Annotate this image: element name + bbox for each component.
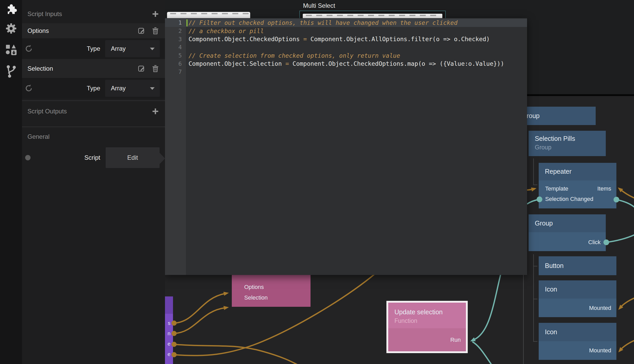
connection-hidden-left->repeater.Template[interactable] <box>527 189 532 190</box>
line-number: 5 <box>165 52 186 59</box>
node-subtitle: Group <box>535 142 606 151</box>
tree-guide-line <box>523 275 524 364</box>
port-connector-dot[interactable] <box>537 196 542 202</box>
version-control-branch-icon[interactable] <box>0 65 22 78</box>
placeholder-dash <box>306 15 312 16</box>
node-library-icon[interactable] <box>0 44 22 56</box>
placeholder-dash <box>181 13 186 14</box>
text-caret <box>186 19 188 26</box>
port-connector-dot[interactable] <box>171 331 177 336</box>
code-line-6: 6Component.Object.Selection = Component.… <box>165 60 527 68</box>
placeholder-dash <box>358 15 364 16</box>
rename-icon[interactable] <box>138 27 145 34</box>
connection-group.Click->offscreen-right[interactable] <box>606 235 634 242</box>
port-label[interactable]: s <box>168 320 170 326</box>
reset-icon[interactable] <box>25 45 33 53</box>
reset-icon[interactable] <box>25 84 33 92</box>
node-title: Button <box>545 256 616 270</box>
general-header: General <box>27 133 49 140</box>
node-icon-2[interactable]: IconMounted <box>539 323 616 360</box>
line-number: 6 <box>165 61 186 67</box>
code-text: // a checkbox or pill <box>186 28 264 34</box>
node-title: Update selection <box>394 303 466 316</box>
param-type-row: Type Array <box>22 78 165 99</box>
node-title: Selection Pills <box>535 131 606 142</box>
placeholder-dash <box>347 15 353 16</box>
settings-gear-icon[interactable] <box>0 23 22 34</box>
connection-offscreen-right->icon-1.Mounted[interactable] <box>621 298 634 307</box>
type-dropdown[interactable]: Array <box>105 40 160 57</box>
placeholder-dash <box>337 15 343 16</box>
port-connector-dot[interactable] <box>603 239 609 245</box>
connection-script-node.e->offscreen-bottom[interactable] <box>174 344 299 364</box>
port-label[interactable]: Mounted <box>589 305 611 311</box>
port-label[interactable]: Items <box>597 185 611 192</box>
port-label[interactable]: e <box>168 341 170 347</box>
code-text: // Filter out checked options, this will… <box>186 19 458 26</box>
edit-script-button[interactable]: Edit <box>106 147 160 168</box>
chevron-down-icon <box>150 87 155 90</box>
port-label[interactable]: Click <box>588 239 601 246</box>
components-tab-puzzle-icon[interactable] <box>0 3 22 14</box>
placeholder-dash <box>327 15 333 16</box>
script-outputs-header: Script Outputs <box>27 108 67 115</box>
node-group-top[interactable]: Group <box>515 107 596 125</box>
tree-guide-tick <box>533 299 537 299</box>
connection-offscreen-right->icon-2.Mounted[interactable] <box>621 340 634 349</box>
param-row-options[interactable]: Options <box>22 23 165 38</box>
node-options-selection[interactable]: OptionsSelection <box>232 272 311 307</box>
placeholder-dash <box>378 15 384 16</box>
connection-offscreen-bottom->update-selection.Run[interactable] <box>472 342 492 364</box>
add-input-icon[interactable] <box>152 11 159 17</box>
port-label[interactable]: Run <box>450 337 461 343</box>
node-title: Repeater <box>545 163 616 175</box>
code-text: Component.Object.Selection = Component.O… <box>186 60 504 67</box>
port-connector-dot[interactable] <box>171 352 177 357</box>
type-label: Type <box>87 85 100 92</box>
connection-offscreen-right->repeater.Items[interactable] <box>621 190 634 198</box>
code-line-7: 7 <box>165 68 527 76</box>
delete-icon[interactable] <box>152 27 159 34</box>
port-label[interactable]: Options <box>244 284 264 290</box>
preview-input-box[interactable] <box>167 12 250 19</box>
placeholder-dash <box>389 15 395 16</box>
placeholder-dash <box>316 15 322 16</box>
port-label[interactable]: n <box>168 331 170 337</box>
node-update-selection[interactable]: Update selectionFunctionRun <box>386 301 468 353</box>
node-selection-pills[interactable]: Selection PillsGroup <box>529 131 606 156</box>
port-connector-dot[interactable] <box>171 321 177 326</box>
connection-script-node.s->options-selection.Options[interactable] <box>174 294 225 323</box>
param-row-selection[interactable]: Selection <box>22 59 165 78</box>
property-port-dot[interactable] <box>25 155 31 161</box>
code-text: Component.Object.CheckedOptions = Compon… <box>186 36 490 42</box>
connection-repeater.Selection Changed->offscreen-right[interactable] <box>616 200 634 208</box>
placeholder-dash <box>222 13 228 14</box>
port-label[interactable]: Selection <box>244 294 268 301</box>
port-label[interactable]: Template <box>545 185 568 192</box>
app-window: Multi Select GroupSelection PillsGroupRe… <box>0 0 634 364</box>
delete-icon[interactable] <box>152 65 159 72</box>
add-output-icon[interactable] <box>152 108 159 115</box>
line-number: 3 <box>165 36 186 42</box>
node-icon-1[interactable]: IconMounted <box>539 280 616 317</box>
port-connector-dot[interactable] <box>614 197 619 202</box>
type-dropdown[interactable]: Array <box>105 80 160 97</box>
placeholder-dash <box>409 15 415 16</box>
port-label[interactable]: Selection Changed <box>545 196 593 202</box>
node-repeater[interactable]: RepeaterTemplateItemsSelection Changed <box>539 163 616 208</box>
placeholder-dash <box>243 13 249 14</box>
script-code-editor[interactable]: 1// Filter out checked options, this wil… <box>165 18 527 275</box>
port-label[interactable]: Mounted <box>589 347 611 354</box>
code-line-5: 5// Create selection from checked option… <box>165 52 527 60</box>
placeholder-dash <box>170 13 176 14</box>
node-group[interactable]: GroupClick <box>529 214 606 251</box>
node-button[interactable]: Button <box>539 256 616 275</box>
node-title: Icon <box>545 280 616 293</box>
connection-script-node.n->options-selection.Selection[interactable] <box>174 308 225 333</box>
connection-offscreen-top->update-selection.Run[interactable] <box>474 273 501 340</box>
rename-icon[interactable] <box>138 65 145 72</box>
tree-guide-tick <box>533 266 537 266</box>
param-name: Options <box>27 27 49 34</box>
port-connector-dot[interactable] <box>171 342 177 347</box>
port-label[interactable]: e <box>168 351 170 357</box>
